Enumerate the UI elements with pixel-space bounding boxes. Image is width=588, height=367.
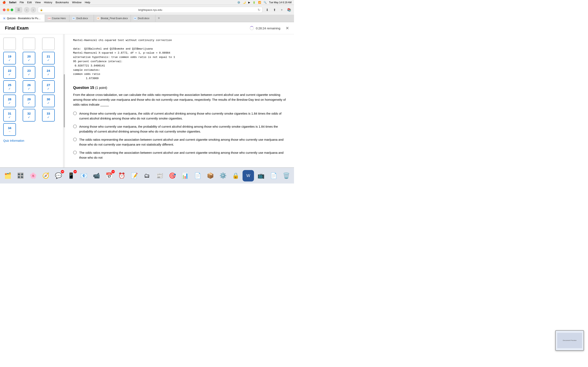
- question-nav-31[interactable]: 31✓: [3, 109, 16, 122]
- dock-whatsapp2[interactable]: 🔒: [230, 170, 241, 182]
- dock-appletv[interactable]: 📺: [255, 170, 267, 182]
- share-button[interactable]: ⬆: [272, 7, 277, 13]
- radio-b[interactable]: [73, 125, 77, 128]
- fullscreen-window-button[interactable]: [11, 8, 13, 11]
- wifi-icon[interactable]: 📶: [258, 1, 261, 4]
- timer-text: 0:28:24 remaining: [256, 26, 280, 30]
- question-nav-24[interactable]: 24✓: [42, 66, 55, 79]
- dock-files[interactable]: 🗂: [141, 170, 153, 182]
- question-nav-26[interactable]: 26✓: [23, 80, 35, 93]
- menu-safari[interactable]: Safari: [9, 1, 16, 4]
- dock-news[interactable]: 📰: [154, 170, 165, 182]
- airplay-icon[interactable]: ▶: [248, 1, 250, 4]
- question-nav-28[interactable]: 28✓: [3, 95, 16, 107]
- downloads-button[interactable]: ⬇: [264, 7, 270, 13]
- dock-whatsapp[interactable]: 📱 24: [65, 170, 77, 182]
- menu-help[interactable]: Help: [85, 1, 90, 4]
- tab-doc8a[interactable]: W Doc8.docx: [69, 15, 94, 22]
- dock-word[interactable]: W: [242, 170, 254, 182]
- dock: 🗂️ 🎛️ 🌸 🧭 💬 28 📱 24 📧 📹 📅 14 ⏰ 📝 🗂 📰 🎯 📊…: [0, 167, 294, 184]
- tab-coursehero[interactable]: CH Course Hero: [45, 15, 69, 22]
- url-display[interactable]: brightspace.nyu.edu: [44, 8, 256, 11]
- battery-icon[interactable]: 🔋: [252, 1, 256, 4]
- dock-calendar-badge: 14: [112, 170, 115, 173]
- option-c[interactable]: The odds ratios representing the associa…: [73, 137, 286, 147]
- radio-d[interactable]: [73, 151, 77, 154]
- dock-numbers[interactable]: 📊: [179, 170, 191, 182]
- tab-doc8b[interactable]: W Doc8.docx: [131, 15, 155, 22]
- menubar-right: ⚙️ 🌙 ▶ 🔋 📶 🔍 Tue May 14 6:19 AM: [237, 1, 292, 4]
- menu-bookmarks[interactable]: Bookmarks: [56, 1, 69, 4]
- dock-mail[interactable]: 📧: [78, 170, 89, 182]
- dock-facetime[interactable]: 📹: [91, 170, 102, 182]
- tab-biostat[interactable]: B Biostat_Final Exam.docx: [94, 15, 131, 22]
- sidebar-scrollbar[interactable]: [63, 34, 65, 167]
- forward-button[interactable]: ›: [30, 7, 36, 13]
- menu-history[interactable]: History: [44, 1, 52, 4]
- close-window-button[interactable]: [3, 8, 6, 11]
- dock-pages[interactable]: 📄: [192, 170, 203, 182]
- question-nav-20[interactable]: 20✓: [23, 52, 35, 64]
- do-not-disturb-icon[interactable]: 🌙: [243, 1, 246, 4]
- tab-bar: N Quizzes - Biostatistics for Public Hea…: [0, 15, 294, 22]
- question-nav-30[interactable]: 30✓: [42, 95, 55, 107]
- minimize-window-button[interactable]: [7, 8, 9, 11]
- search-icon[interactable]: 🔍: [264, 1, 267, 4]
- option-d-text: The odds ratios representing the associa…: [79, 150, 286, 160]
- dock-launchpad[interactable]: 🎛️: [15, 170, 26, 182]
- dock-messages[interactable]: 💬 28: [53, 170, 64, 182]
- browser-toolbar: ☰ ‹ › 🔒 brightspace.nyu.edu ↻ ⬇ ⬆ ＋ 📚: [0, 5, 294, 15]
- question-nav-22[interactable]: 22✓: [3, 66, 16, 79]
- address-bar[interactable]: 🔒 brightspace.nyu.edu ↻: [38, 7, 263, 13]
- tab-quizzes[interactable]: N Quizzes - Biostatistics for Public Hea…: [0, 15, 45, 22]
- question-nav-29[interactable]: 29✓: [23, 95, 35, 107]
- question-nav-32[interactable]: 32✓: [23, 109, 35, 122]
- question-grid: 19✓ 20✓ 21✓ 22✓ 23✓ 24✓ 25✓: [3, 52, 60, 136]
- menu-view[interactable]: View: [35, 1, 41, 4]
- radio-a[interactable]: [73, 111, 77, 115]
- close-exam-button[interactable]: ✕: [286, 26, 289, 31]
- dock-systemprefs[interactable]: ⚙️: [217, 170, 229, 182]
- content-area[interactable]: Mantel-Haenszel chi-squared test without…: [65, 34, 294, 167]
- radio-c[interactable]: [73, 138, 77, 141]
- dock-clock[interactable]: ⏰: [116, 170, 127, 182]
- menu-window[interactable]: Window: [72, 1, 81, 4]
- question-nav-34[interactable]: 34 --: [3, 123, 16, 136]
- tab-favicon-biostat: B: [97, 17, 100, 20]
- option-b-text: Among those who currently use marijuana,…: [79, 124, 286, 134]
- dock-trash[interactable]: 🗑️: [281, 170, 292, 182]
- question-nav-19[interactable]: 19✓: [3, 52, 16, 64]
- question-header: Question 15 (1 point): [73, 86, 286, 90]
- reload-button[interactable]: ↻: [258, 8, 260, 12]
- menu-file[interactable]: File: [20, 1, 24, 4]
- new-tab-button[interactable]: ＋: [279, 7, 285, 13]
- reading-list-button[interactable]: 📚: [286, 7, 292, 13]
- option-a-text: Among those who currently use marijuana,…: [79, 111, 286, 121]
- question-nav-25[interactable]: 25✓: [3, 80, 16, 93]
- stat-output-block: Mantel-Haenszel chi-squared test without…: [73, 38, 286, 81]
- back-button[interactable]: ‹: [24, 7, 30, 13]
- question-nav-21[interactable]: 21✓: [42, 52, 55, 64]
- option-d[interactable]: The odds ratios representing the associa…: [73, 150, 286, 160]
- dock-photos[interactable]: 🌸: [27, 170, 39, 182]
- apple-menu[interactable]: 🍎: [2, 1, 6, 4]
- question-nav-23[interactable]: 23✓: [23, 66, 35, 79]
- page-container: Final Exam 0:28:24 remaining ✕ 19✓ 20✓: [0, 22, 294, 184]
- dock-appstore[interactable]: 📦: [205, 170, 216, 182]
- dock-notes[interactable]: 📝: [129, 170, 140, 182]
- menu-edit[interactable]: Edit: [27, 1, 32, 4]
- dock-calendar[interactable]: 📅 14: [103, 170, 115, 182]
- quiz-information-link[interactable]: Quiz Information: [3, 139, 60, 142]
- sidebar-toggle-button[interactable]: ☰: [15, 7, 22, 13]
- dock-keynote[interactable]: 🎯: [167, 170, 178, 182]
- option-a[interactable]: Among those who currently use marijuana,…: [73, 111, 286, 121]
- dock-doc[interactable]: 📄: [268, 170, 279, 182]
- control-center-icon[interactable]: ⚙️: [237, 1, 240, 4]
- question-nav-33[interactable]: 33✓: [42, 109, 55, 122]
- question-nav-27[interactable]: 27✓: [42, 80, 55, 93]
- dock-finder[interactable]: 🗂️: [2, 170, 13, 182]
- add-tab-button[interactable]: +: [155, 15, 163, 22]
- browser-chrome: ☰ ‹ › 🔒 brightspace.nyu.edu ↻ ⬇ ⬆ ＋ 📚 N …: [0, 5, 294, 22]
- option-b[interactable]: Among those who currently use marijuana,…: [73, 124, 286, 134]
- dock-safari[interactable]: 🧭: [40, 170, 52, 182]
